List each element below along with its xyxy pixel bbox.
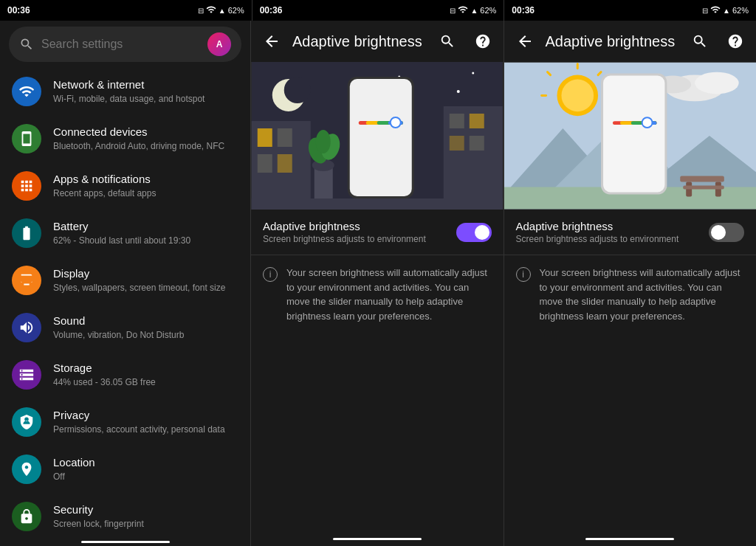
settings-item-connected[interactable]: Connected devices Bluetooth, Android Aut…: [0, 115, 250, 162]
settings-item-display[interactable]: Display Styles, wallpapers, screen timeo…: [0, 257, 250, 304]
brightness-panel-off: Adaptive brightness: [504, 21, 757, 546]
illustration-on: [251, 62, 504, 210]
apps-title: Apps & notifications: [53, 172, 238, 187]
panel-title-off: Adaptive brightness: [546, 33, 680, 50]
time-1: 00:36: [7, 5, 30, 15]
sim-icon-3: ⊟: [702, 7, 708, 15]
security-icon: [12, 502, 41, 531]
panel-actions-off: [688, 30, 747, 53]
search-input[interactable]: [41, 38, 200, 51]
help-button-off[interactable]: [724, 30, 747, 53]
day-scene-svg: [504, 62, 757, 210]
night-scene-svg: [251, 62, 504, 210]
svg-rect-11: [278, 154, 292, 173]
brightness-setting-on: Adaptive brightness Screen brightness ad…: [251, 210, 504, 255]
info-icon-off: i: [516, 267, 531, 282]
panel-actions-on: [436, 30, 495, 53]
sound-icon: [12, 313, 41, 342]
settings-item-security[interactable]: Security Screen lock, fingerprint: [0, 493, 250, 538]
adaptive-brightness-toggle-on[interactable]: [456, 223, 492, 242]
signal-icon-2: ▲: [470, 7, 478, 15]
settings-panel: A Network & internet Wi-Fi, mobile, data…: [0, 21, 251, 546]
status-icons-3: ⊟ ▲ 62%: [702, 4, 749, 16]
toggle-knob-off: [711, 225, 726, 240]
connected-subtitle: Bluetooth, Android Auto, driving mode, N…: [53, 140, 238, 153]
search-button-off[interactable]: [688, 30, 712, 53]
sound-subtitle: Volume, vibration, Do Not Disturb: [53, 329, 238, 342]
settings-item-apps[interactable]: Apps & notifications Recent apps, defaul…: [0, 162, 250, 210]
connected-icon: [12, 124, 41, 153]
brightness-setting-title-on: Adaptive brightness: [263, 220, 447, 232]
info-text-on: Your screen brightness will automaticall…: [286, 266, 492, 323]
svg-rect-8: [258, 128, 272, 147]
settings-item-privacy[interactable]: Privacy Permissions, account activity, p…: [0, 398, 250, 446]
info-section-off: i Your screen brightness will automatica…: [504, 255, 757, 334]
sim-icon-2: ⊟: [450, 7, 456, 15]
svg-point-35: [561, 80, 594, 112]
nav-indicator-right: [585, 538, 674, 540]
time-3: 00:36: [512, 5, 535, 15]
security-title: Security: [53, 502, 238, 517]
avatar[interactable]: A: [207, 32, 231, 56]
settings-item-sound[interactable]: Sound Volume, vibration, Do Not Disturb: [0, 304, 250, 351]
battery-text: Battery 62% - Should last until about 19…: [53, 219, 238, 246]
svg-rect-9: [278, 128, 292, 147]
svg-rect-15: [450, 136, 464, 151]
brightness-setting-text-on: Adaptive brightness Screen brightness ad…: [263, 220, 447, 244]
signal-icon-3: ▲: [723, 7, 730, 15]
adaptive-brightness-toggle-off[interactable]: [709, 223, 744, 242]
network-text: Network & internet Wi-Fi, mobile, data u…: [53, 77, 238, 105]
help-button-on[interactable]: [471, 30, 495, 53]
apps-icon: [12, 171, 41, 201]
status-panel-2: 00:36 ⊟ ▲ 62%: [252, 0, 504, 21]
svg-point-2: [284, 77, 311, 103]
display-icon: [12, 266, 41, 295]
settings-list: Network & internet Wi-Fi, mobile, data u…: [0, 68, 250, 538]
apps-subtitle: Recent apps, default apps: [53, 187, 238, 200]
battery-icon: [12, 218, 41, 248]
storage-title: Storage: [53, 361, 238, 376]
illustration-off: [504, 62, 757, 210]
settings-item-location[interactable]: Location Off: [0, 446, 250, 493]
back-button-on[interactable]: [260, 30, 284, 53]
connected-text: Connected devices Bluetooth, Android Aut…: [53, 125, 238, 152]
location-subtitle: Off: [53, 471, 238, 483]
svg-point-32: [695, 72, 739, 94]
settings-item-storage[interactable]: Storage 44% used - 36.05 GB free: [0, 351, 250, 398]
status-icons-1: ⊟ ▲ 62%: [198, 4, 244, 16]
wifi-icon-2: [458, 4, 468, 16]
settings-item-network[interactable]: Network & internet Wi-Fi, mobile, data u…: [0, 68, 250, 115]
sim-icon-1: ⊟: [198, 7, 204, 15]
search-button-on[interactable]: [436, 30, 459, 53]
location-icon: [12, 455, 41, 484]
location-title: Location: [53, 455, 238, 470]
sound-text: Sound Volume, vibration, Do Not Disturb: [53, 314, 238, 341]
svg-point-5: [457, 90, 460, 93]
battery-text-3: 62%: [732, 6, 749, 15]
battery-subtitle: 62% - Should last until about 19:30: [53, 235, 238, 247]
display-subtitle: Styles, wallpapers, screen timeout, font…: [53, 282, 238, 294]
svg-point-21: [316, 130, 331, 153]
settings-item-battery[interactable]: Battery 62% - Should last until about 19…: [0, 210, 250, 257]
display-title: Display: [53, 266, 238, 281]
battery-text-1: 62%: [228, 6, 244, 15]
svg-rect-23: [350, 79, 412, 196]
back-button-off[interactable]: [513, 30, 537, 53]
svg-rect-52: [680, 176, 724, 182]
battery-title: Battery: [53, 219, 238, 234]
signal-icon-1: ▲: [219, 7, 226, 15]
info-section-on: i Your screen brightness will automatica…: [251, 255, 504, 334]
search-bar-container[interactable]: A: [9, 27, 241, 62]
security-subtitle: Screen lock, fingerprint: [53, 518, 238, 531]
security-text: Security Screen lock, fingerprint: [53, 502, 238, 530]
wifi-icon-1: [206, 4, 216, 16]
svg-rect-14: [470, 114, 484, 128]
apps-text: Apps & notifications Recent apps, defaul…: [53, 172, 238, 199]
svg-point-6: [472, 72, 474, 75]
network-icon: [12, 77, 41, 106]
connected-title: Connected devices: [53, 125, 238, 139]
privacy-title: Privacy: [53, 408, 238, 423]
brightness-panel-on: Adaptive brightness: [251, 21, 504, 546]
panel-title-on: Adaptive brightness: [292, 33, 427, 50]
battery-text-2: 62%: [480, 6, 496, 15]
